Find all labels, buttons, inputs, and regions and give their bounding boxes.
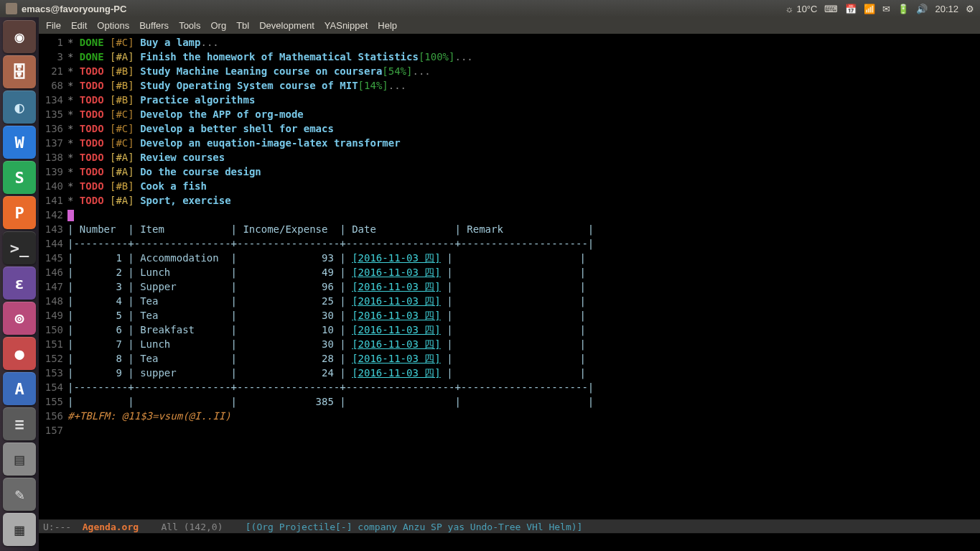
launcher-wps-p[interactable]: P bbox=[3, 196, 36, 229]
unity-launcher[interactable]: ◉🗄◐WSP>_ε⊚●A≡▤✎▦ bbox=[0, 17, 39, 551]
launcher-app7[interactable]: ▦ bbox=[3, 513, 36, 546]
window-icon bbox=[6, 3, 17, 14]
launcher-ubuntu[interactable]: ◉ bbox=[3, 20, 36, 53]
battery-icon[interactable]: 🔋 bbox=[897, 4, 909, 14]
launcher-app5[interactable]: ▤ bbox=[3, 443, 36, 476]
menu-development[interactable]: Development bbox=[259, 20, 314, 31]
emacs-frame[interactable]: FileEditOptionsBuffersToolsOrgTblDevelop… bbox=[39, 17, 980, 551]
wifi-icon[interactable]: 📶 bbox=[864, 4, 875, 14]
buffer-content[interactable]: * DONE [#C] Buy a lamp...* DONE [#A] Fin… bbox=[66, 35, 980, 519]
launcher-app4[interactable]: ≡ bbox=[3, 407, 36, 440]
launcher-app2[interactable]: ● bbox=[3, 337, 36, 370]
launcher-emacs[interactable]: ε bbox=[3, 267, 36, 300]
modeline-file: Agenda.org bbox=[83, 522, 139, 532]
launcher-files[interactable]: 🗄 bbox=[3, 55, 36, 88]
system-tray[interactable]: ☼ 10°C ⌨ 📅 📶 ✉ 🔋 🔊 20:12 ⚙ bbox=[785, 4, 974, 14]
launcher-wps-w[interactable]: W bbox=[3, 126, 36, 159]
launcher-wps-s[interactable]: S bbox=[3, 161, 36, 194]
menu-help[interactable]: Help bbox=[378, 20, 397, 31]
launcher-terminal[interactable]: >_ bbox=[3, 231, 36, 264]
launcher-app6[interactable]: ✎ bbox=[3, 478, 36, 511]
menu-file[interactable]: File bbox=[46, 20, 61, 31]
menu-org[interactable]: Org bbox=[210, 20, 226, 31]
calendar-icon[interactable]: 📅 bbox=[845, 4, 857, 14]
window-title: emacs@favoryoung-PC bbox=[22, 4, 126, 14]
menu-tbl[interactable]: Tbl bbox=[236, 20, 249, 31]
launcher-app3[interactable]: A bbox=[3, 372, 36, 405]
menu-yasnippet[interactable]: YASnippet bbox=[325, 20, 368, 31]
modeline-modes: [(Org Projectile[-] company Anzu SP yas … bbox=[246, 522, 583, 532]
gear-icon[interactable]: ⚙ bbox=[966, 4, 974, 14]
mail-icon[interactable]: ✉ bbox=[882, 4, 890, 14]
menubar[interactable]: FileEditOptionsBuffersToolsOrgTblDevelop… bbox=[39, 17, 980, 34]
keyboard-icon[interactable]: ⌨ bbox=[824, 4, 838, 14]
minibuffer[interactable] bbox=[39, 534, 980, 551]
menu-tools[interactable]: Tools bbox=[179, 20, 200, 31]
clock[interactable]: 20:12 bbox=[935, 4, 958, 14]
launcher-app1[interactable]: ⊚ bbox=[3, 302, 36, 335]
menu-options[interactable]: Options bbox=[97, 20, 129, 31]
sound-icon[interactable]: 🔊 bbox=[916, 4, 928, 14]
modeline[interactable]: U:--- Agenda.org All (142,0) [(Org Proje… bbox=[39, 519, 980, 534]
menu-buffers[interactable]: Buffers bbox=[139, 20, 169, 31]
weather-indicator[interactable]: ☼ 10°C bbox=[785, 4, 817, 14]
line-number-gutter: 1321681341351361371381391401411421431441… bbox=[39, 35, 66, 519]
launcher-chromium[interactable]: ◐ bbox=[3, 91, 36, 124]
titlebar: emacs@favoryoung-PC ☼ 10°C ⌨ 📅 📶 ✉ 🔋 🔊 2… bbox=[0, 0, 980, 17]
menu-edit[interactable]: Edit bbox=[71, 20, 87, 31]
buffer[interactable]: 1321681341351361371381391401411421431441… bbox=[39, 34, 980, 519]
